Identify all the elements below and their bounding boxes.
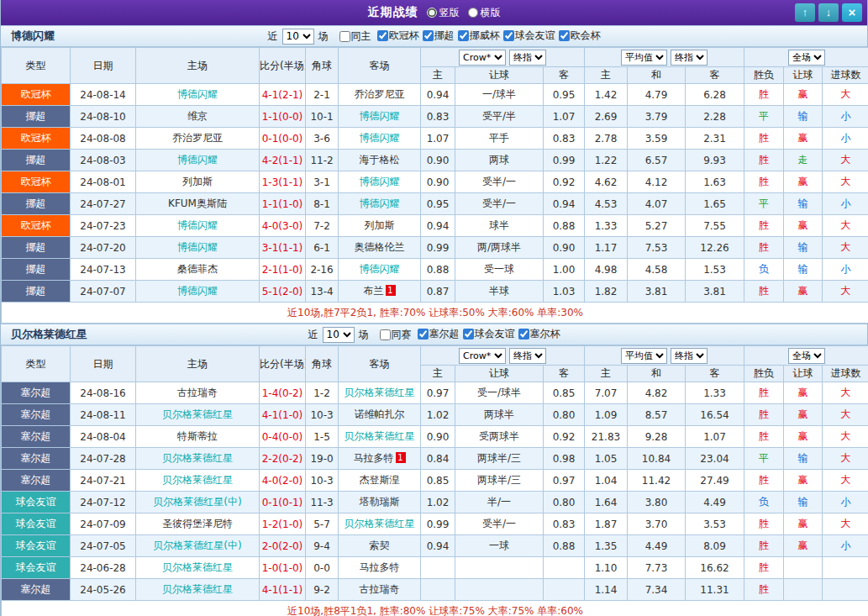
corner-score: 10-3 <box>306 404 339 426</box>
match-score: 4-1(2-1) <box>260 84 306 106</box>
league-filter[interactable]: 挪超 <box>423 29 455 43</box>
match-date: 24-07-07 <box>71 281 136 303</box>
match-row: 塞尔超24-08-16古拉瑞奇1-4(0-2)1-2贝尔格莱德红星0.97受一/… <box>2 382 868 404</box>
league-checkbox[interactable] <box>503 30 514 41</box>
recent-count-select[interactable]: 10 <box>323 327 355 343</box>
corner-score: 2-1 <box>306 84 339 106</box>
league-filter[interactable]: 球会友谊 <box>463 327 515 341</box>
handicap-result: 赢 <box>784 84 823 106</box>
match-score: 4-0(3-0) <box>260 215 306 237</box>
avg-odds-away: 12.26 <box>686 237 744 259</box>
odds-company-select[interactable]: Crow* <box>459 348 506 364</box>
handicap-line: 两球半 <box>455 404 544 426</box>
match-row: 挪超24-07-20博德闪耀3-1(1-1)6-1奥德格伦兰0.99两/两球半0… <box>2 237 868 259</box>
layout-radio-horizontal[interactable]: 横版 <box>468 6 501 20</box>
league-checkbox[interactable] <box>463 329 474 340</box>
league-checkbox[interactable] <box>423 30 434 41</box>
league-filter[interactable]: 塞尔杯 <box>518 327 560 341</box>
handicap-odds-group: Crow* 终指 <box>421 346 585 366</box>
home-team: 博德闪耀 <box>136 215 260 237</box>
avg-odds-home: 1.22 <box>585 150 628 171</box>
col-avg-away: 客 <box>686 67 744 84</box>
avg-odds-away: 16.54 <box>686 404 744 426</box>
handicap-line: 受半/一 <box>455 513 544 535</box>
match-date: 24-07-27 <box>71 193 136 215</box>
odds-stage-select[interactable]: 终指 <box>509 348 546 364</box>
layout-radio-vertical[interactable]: 竖版 <box>427 6 460 20</box>
odds-company-select[interactable]: Crow* <box>459 50 506 66</box>
same-venue-filter[interactable]: 同赛 <box>380 328 412 342</box>
goals-result: 小 <box>823 128 868 150</box>
handicap-odds-home: 0.87 <box>421 281 455 303</box>
handicap-odds-home: 0.94 <box>421 215 455 237</box>
games-label: 场 <box>318 29 329 44</box>
league-filter[interactable]: 塞尔超 <box>418 327 460 341</box>
avg-odds-home: 1.10 <box>585 557 628 579</box>
result-badge: 负 <box>744 259 784 281</box>
handicap-result: 赢 <box>784 470 823 492</box>
move-up-button[interactable]: ↑ <box>795 3 815 22</box>
handicap-line <box>455 579 544 601</box>
away-team: 列加斯 <box>339 215 421 237</box>
league-filter[interactable]: 球会友谊 <box>503 29 555 43</box>
move-down-button[interactable]: ↓ <box>818 3 839 22</box>
handicap-odds-home: 1.02 <box>421 404 455 426</box>
league-checkbox[interactable] <box>418 329 429 340</box>
handicap-odds-away: 0.94 <box>544 193 585 215</box>
league-type-badge: 塞尔超 <box>2 579 71 601</box>
goals-result: 大 <box>823 448 868 470</box>
corner-score: 11-2 <box>306 150 339 171</box>
result-badge: 胜 <box>744 557 784 579</box>
scope-select[interactable]: 全场 <box>788 50 825 66</box>
match-score: 0-4(0-0) <box>260 426 306 448</box>
match-row: 挪超24-07-07博德闪耀5-1(2-0)13-4布兰10.87半球1.031… <box>2 281 868 303</box>
away-team: 贝尔格莱德红星 <box>339 513 421 535</box>
avg-odds-home: 1.87 <box>585 513 628 535</box>
avg-odds-away: 2.31 <box>686 128 744 150</box>
same-venue-checkbox[interactable] <box>380 329 391 340</box>
red-card-badge: 1 <box>396 452 406 463</box>
match-row: 球会友谊24-07-09圣彼得堡泽尼特1-2(1-0)5-7贝尔格莱德红星0.9… <box>2 513 868 535</box>
league-checkbox[interactable] <box>518 329 529 340</box>
handicap-odds-away: 0.83 <box>544 513 585 535</box>
vertical-radio[interactable] <box>427 8 437 18</box>
result-badge: 负 <box>744 492 784 513</box>
league-filter[interactable]: 欧冠杯 <box>377 29 419 43</box>
league-filter[interactable]: 挪威杯 <box>458 29 500 43</box>
handicap-result <box>784 579 823 601</box>
league-filter[interactable]: 欧会杯 <box>559 29 601 43</box>
match-date: 24-05-26 <box>71 579 136 601</box>
handicap-odds-away: 0.80 <box>544 404 585 426</box>
avg-stage-select[interactable]: 终指 <box>671 348 708 364</box>
handicap-odds-away: 0.85 <box>544 382 585 404</box>
match-row: 挪超24-07-27KFUM奥斯陆1-1(1-0)8-1博德闪耀0.95受半/一… <box>2 193 868 215</box>
league-checkbox[interactable] <box>559 30 570 41</box>
avg-odds-home: 4.62 <box>585 171 628 193</box>
horizontal-radio[interactable] <box>468 8 478 18</box>
match-date: 24-06-28 <box>71 557 136 579</box>
avg-company-select[interactable]: 平均值 <box>621 50 667 66</box>
same-venue-filter[interactable]: 同主 <box>339 29 371 44</box>
scope-select[interactable]: 全场 <box>788 348 825 364</box>
avg-odds-draw: 7.34 <box>628 579 686 601</box>
league-checkbox[interactable] <box>458 30 469 41</box>
away-team: 奥德格伦兰 <box>339 237 421 259</box>
same-venue-checkbox[interactable] <box>339 31 350 42</box>
avg-stage-select[interactable]: 终指 <box>671 50 708 66</box>
section-team-title: 博德闪耀 <box>11 26 55 46</box>
close-button[interactable]: × <box>842 3 862 22</box>
home-team: 特斯蒂拉 <box>136 426 260 448</box>
league-checkbox[interactable] <box>377 30 388 41</box>
match-score: 1-2(1-0) <box>260 513 306 535</box>
avg-odds-draw: 3.79 <box>628 106 686 128</box>
goals-result <box>823 557 868 579</box>
col-result: 胜负 <box>744 67 784 84</box>
recent-count-select[interactable]: 10 <box>282 29 314 45</box>
avg-company-select[interactable]: 平均值 <box>621 348 667 364</box>
games-label: 场 <box>359 328 369 342</box>
odds-stage-select[interactable]: 终指 <box>509 50 546 66</box>
handicap-line: 受半/一 <box>455 171 544 193</box>
handicap-odds-away: 0.83 <box>544 128 585 150</box>
match-score: 2-0(2-0) <box>260 535 306 557</box>
avg-odds-home: 7.07 <box>585 382 628 404</box>
